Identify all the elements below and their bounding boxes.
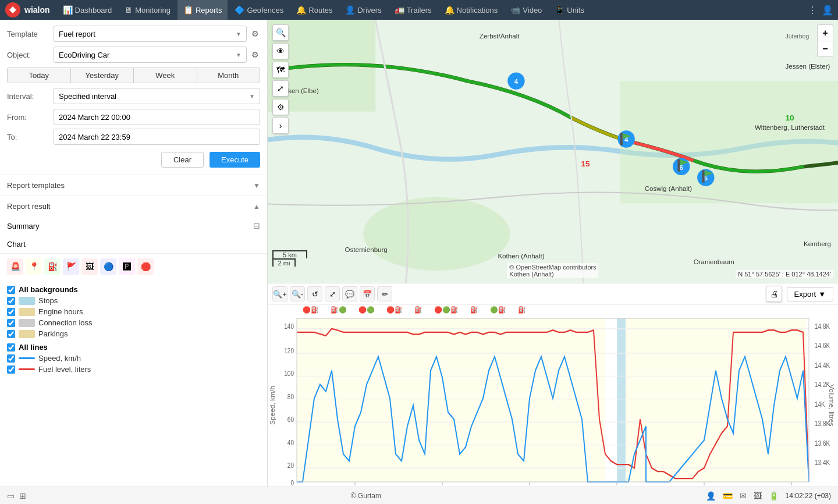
report-templates-header[interactable]: Report templates ▼ [0, 175, 267, 196]
from-input[interactable] [54, 109, 260, 125]
summary-row[interactable]: Summary ⊟ [0, 216, 267, 235]
svg-text:14K: 14K [815, 400, 825, 408]
stops-color [19, 297, 35, 305]
statusbar-copyright: © Gurtam [26, 492, 706, 500]
units-icon: 📱 [555, 5, 564, 15]
map-layers-button[interactable]: 🗺 [272, 62, 289, 78]
video-icon: 📹 [510, 5, 520, 15]
toolbar-icon-2[interactable]: 📍 [26, 258, 42, 275]
speed-checkbox[interactable] [7, 354, 15, 363]
toolbar-icon-1[interactable]: 🚨 [7, 258, 23, 275]
nav-trailers[interactable]: 🚛 Trailers [389, 0, 438, 20]
template-select[interactable]: Fuel report ▼ [54, 26, 247, 42]
nav-monitoring[interactable]: 🖥 Monitoring [119, 0, 176, 20]
event-icon-9: ⛽ [518, 306, 526, 314]
chart-zoom-out-button[interactable]: 🔍- [290, 286, 305, 301]
date-quick-buttons: Today Yesterday Week Month [7, 68, 260, 83]
layout-single-icon[interactable]: ▭ [7, 491, 15, 501]
nav-video[interactable]: 📹 Video [505, 0, 548, 20]
svg-text:Volume, litres: Volume, litres [828, 385, 835, 427]
chart-export-button[interactable]: Export ▼ [787, 287, 833, 301]
summary-expand-icon: ⊟ [253, 221, 260, 230]
chart-comment-button[interactable]: 💬 [342, 286, 357, 301]
toolbar-icon-5[interactable]: 🖼 [81, 258, 98, 275]
svg-text:14.4K: 14.4K [815, 361, 830, 369]
map-scale: 5 km 2 mi [272, 250, 307, 267]
object-select[interactable]: EcoDriving Car ▼ [54, 47, 247, 63]
svg-text:4: 4 [514, 78, 519, 85]
week-button[interactable]: Week [134, 68, 197, 83]
status-bar: ▭ ⊞ © Gurtam 👤 💳 ✉ 🖼 🔋 14:02:22 (+03) [0, 487, 838, 504]
app-logo[interactable]: wialon [5, 2, 50, 18]
email-status-icon[interactable]: ✉ [740, 491, 747, 501]
chart-fullscreen-button[interactable]: ⤢ [325, 286, 340, 301]
nav-reports[interactable]: 📋 Reports [177, 0, 228, 20]
execute-button[interactable]: Execute [210, 152, 260, 168]
map-zoom-out-button[interactable]: − [817, 41, 833, 57]
map-attribution: © OpenStreetMap contributors Köthen (Anh… [507, 263, 598, 278]
lines-legend-group: All lines Speed, km/h Fuel level, liters [7, 343, 260, 374]
engine-hours-checkbox[interactable] [7, 308, 15, 316]
nav-dashboard[interactable]: 📊 Dashboard [57, 0, 118, 20]
clear-button[interactable]: Clear [161, 152, 204, 168]
object-select-wrap: EcoDriving Car ▼ ⚙ [54, 47, 260, 63]
statusbar-time: 14:02:22 (+03) [786, 492, 831, 500]
month-button[interactable]: Month [197, 68, 260, 83]
user-profile-icon[interactable]: 👤 [822, 5, 833, 16]
object-settings-icon[interactable]: ⚙ [250, 49, 260, 61]
toolbar-icon-7[interactable]: 🅿 [119, 258, 135, 275]
summary-label: Summary [7, 222, 40, 230]
toolbar-icon-6[interactable]: 🔵 [100, 258, 116, 275]
chart-zoom-in-button[interactable]: 🔍+ [272, 286, 287, 301]
object-dropdown-icon: ▼ [236, 52, 242, 58]
to-input[interactable] [54, 129, 260, 145]
chart-calendar-button[interactable]: 📅 [360, 286, 375, 301]
connection-loss-checkbox[interactable] [7, 319, 15, 327]
chart-row: Chart [0, 235, 267, 253]
template-settings-icon[interactable]: ⚙ [250, 28, 260, 40]
interval-select[interactable]: Specified interval ▼ [54, 88, 260, 104]
toolbar-icon-8[interactable]: 🛑 [137, 258, 154, 275]
map-expand-button[interactable]: › [272, 118, 289, 134]
map-settings-button[interactable]: ⚙ [272, 99, 289, 115]
battery-status-icon[interactable]: 🔋 [769, 491, 779, 501]
more-options-icon[interactable]: ⋮ [808, 5, 817, 16]
svg-text:Köthen (Anhalt): Köthen (Anhalt) [498, 253, 544, 260]
fuel-level-checkbox[interactable] [7, 365, 15, 374]
nav-drivers[interactable]: 👤 Drivers [339, 0, 387, 20]
nav-routes[interactable]: 🔔 Routes [290, 0, 338, 20]
map-search-button[interactable]: 🔍 [272, 24, 289, 41]
template-row: Template Fuel report ▼ ⚙ [7, 26, 260, 42]
toolbar-icon-3[interactable]: ⛽ [44, 258, 61, 275]
parkings-checkbox[interactable] [7, 330, 15, 338]
chart-reset-button[interactable]: ↺ [307, 286, 322, 301]
toolbar-icon-4[interactable]: 🚩 [63, 258, 79, 275]
chart-edit-button[interactable]: ✏ [377, 286, 392, 301]
layout-grid-icon[interactable]: ⊞ [19, 491, 26, 501]
all-lines-title: All lines [7, 343, 260, 352]
photo-status-icon[interactable]: 🖼 [754, 491, 762, 501]
dashboard-icon: 📊 [63, 5, 73, 15]
user-status-icon[interactable]: 👤 [706, 491, 716, 501]
message-status-icon[interactable]: 💳 [723, 491, 733, 501]
stops-checkbox[interactable] [7, 297, 15, 305]
fuel-level-legend-item: Fuel level, liters [7, 365, 260, 374]
event-icon-3: 🛑🟢 [358, 306, 375, 314]
map-move-button[interactable]: ⤢ [272, 80, 289, 97]
event-icon-4: 🛑⛽ [386, 306, 403, 314]
yesterday-button[interactable]: Yesterday [71, 68, 134, 83]
today-button[interactable]: Today [8, 68, 71, 83]
nav-units[interactable]: 📱 Units [549, 0, 590, 20]
report-templates-section: Report templates ▼ [0, 175, 267, 196]
all-lines-checkbox[interactable] [7, 343, 15, 352]
report-result-header[interactable]: Report result ▲ [0, 196, 267, 216]
all-backgrounds-checkbox[interactable] [7, 286, 15, 294]
map-eye-button[interactable]: 👁 [272, 43, 289, 59]
svg-rect-51 [626, 318, 806, 482]
map-zoom-in-button[interactable]: + [817, 24, 833, 41]
svg-text:120: 120 [284, 347, 294, 354]
nav-geofences[interactable]: 🔷 Geofences [229, 0, 289, 20]
map-area[interactable]: Zerbst/Anhalt Coswig (Anhalt) Wittenberg… [268, 20, 838, 283]
chart-print-button[interactable]: 🖨 [766, 286, 782, 302]
nav-notifications[interactable]: 🔔 Notifications [439, 0, 504, 20]
